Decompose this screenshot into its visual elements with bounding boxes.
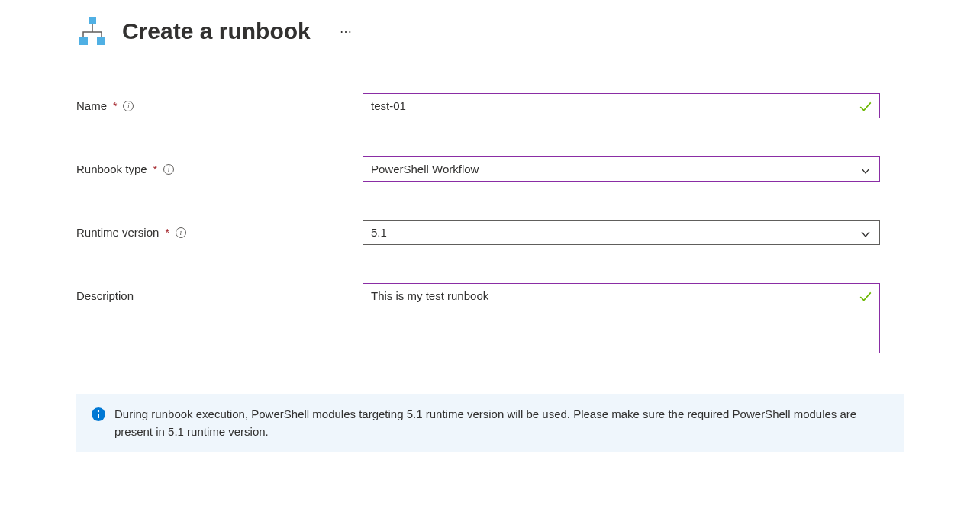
name-label-text: Name: [76, 99, 107, 112]
runtime-version-select[interactable]: 5.1: [363, 220, 880, 245]
runtime-version-label: Runtime version * i: [76, 220, 363, 239]
page-header: Create a runbook ⋯: [76, 15, 904, 47]
runbook-type-value: PowerShell Workflow: [371, 163, 479, 175]
svg-rect-1: [79, 37, 88, 45]
name-row: Name * i: [76, 93, 904, 118]
description-row: Description: [76, 283, 904, 356]
runbook-type-label: Runbook type * i: [76, 156, 363, 175]
more-options-icon[interactable]: ⋯: [340, 24, 353, 39]
svg-rect-0: [89, 17, 96, 24]
runbook-type-select[interactable]: PowerShell Workflow: [363, 156, 880, 182]
description-label-text: Description: [76, 289, 134, 302]
runbook-type-row: Runbook type * i PowerShell Workflow: [76, 156, 904, 182]
required-asterisk: *: [165, 227, 169, 239]
runtime-version-value: 5.1: [371, 226, 387, 239]
info-icon[interactable]: i: [123, 101, 134, 111]
page-title: Create a runbook: [122, 18, 311, 44]
required-asterisk: *: [153, 163, 157, 175]
required-asterisk: *: [113, 100, 117, 112]
info-icon[interactable]: i: [176, 227, 186, 238]
description-label: Description: [76, 283, 363, 302]
description-input[interactable]: [363, 283, 880, 353]
svg-point-5: [98, 410, 99, 412]
info-banner: During runbook execution, PowerShell mod…: [76, 394, 904, 452]
info-circle-icon: [92, 407, 105, 421]
name-input[interactable]: [363, 93, 880, 118]
info-banner-text: During runbook execution, PowerShell mod…: [114, 406, 888, 440]
runtime-version-label-text: Runtime version: [76, 226, 159, 239]
runbook-hierarchy-icon: [76, 15, 108, 47]
svg-rect-4: [98, 414, 99, 418]
name-label: Name * i: [76, 93, 363, 112]
info-icon[interactable]: i: [163, 164, 174, 175]
runbook-type-label-text: Runbook type: [76, 163, 147, 175]
runtime-version-row: Runtime version * i 5.1: [76, 220, 904, 245]
svg-rect-2: [97, 37, 105, 45]
